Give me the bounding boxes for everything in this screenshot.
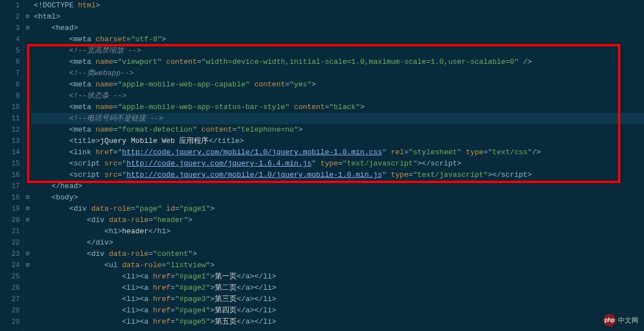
- line-number[interactable]: 8: [0, 79, 23, 90]
- code-line[interactable]: <!--状态条 -->: [32, 90, 644, 102]
- line-number[interactable]: 21: [0, 226, 23, 237]
- code-line[interactable]: <li><a href="#page5">第五页</a></li>: [32, 316, 644, 328]
- code-line[interactable]: <body>: [32, 192, 644, 203]
- line-number[interactable]: 2: [0, 11, 23, 23]
- token-str: "header": [153, 216, 188, 224]
- line-number-gutter[interactable]: 1234567891011121314151617181920212223242…: [0, 0, 24, 331]
- code-line[interactable]: <li><a href="#page1">第一页</a></li>: [32, 271, 644, 282]
- token-attr: href: [95, 148, 113, 156]
- code-line[interactable]: <html>: [32, 11, 644, 23]
- code-line[interactable]: <li><a href="#page3">第三页</a></li>: [32, 294, 644, 305]
- token-tag: <script: [69, 159, 100, 168]
- token-tag: >: [210, 261, 215, 269]
- line-number[interactable]: 6: [0, 56, 23, 68]
- code-line[interactable]: <head>: [32, 23, 644, 34]
- fold-marker[interactable]: ⊟: [24, 215, 32, 226]
- token-tag: >: [162, 35, 166, 43]
- token-str: "#page2": [175, 284, 210, 292]
- code-line[interactable]: <ul data-role="listview">: [32, 260, 644, 271]
- fold-marker[interactable]: ⊟: [24, 11, 32, 23]
- token-tag: >: [298, 125, 303, 134]
- code-line[interactable]: </head>: [32, 181, 644, 192]
- fold-marker[interactable]: ⊟: [24, 192, 32, 203]
- code-line[interactable]: <div data-role="header">: [32, 215, 644, 226]
- fold-marker[interactable]: ⊟: [24, 203, 32, 215]
- code-line[interactable]: <meta name="format-detection" content="t…: [32, 124, 644, 136]
- token-str: "viewport": [118, 58, 162, 66]
- code-line[interactable]: <!--宽高禁缩放 -->: [32, 45, 644, 56]
- code-line[interactable]: <title>jQuery Mobile Web 应用程序</title>: [32, 136, 644, 147]
- fold-marker[interactable]: ⊟: [24, 260, 32, 271]
- code-line[interactable]: <div data-role="content">: [32, 249, 644, 260]
- line-number[interactable]: 5: [0, 45, 23, 56]
- code-line[interactable]: <meta charset="utf-8">: [32, 34, 644, 45]
- line-number[interactable]: 10: [0, 102, 23, 113]
- watermark-text: 中文网: [618, 316, 638, 325]
- code-line[interactable]: <!DOCTYPE html>: [32, 0, 644, 11]
- code-line[interactable]: <h1>header</h1>: [32, 226, 644, 237]
- code-line[interactable]: <!--类webapp-->: [32, 68, 644, 79]
- line-number[interactable]: 15: [0, 158, 23, 169]
- line-number[interactable]: 29: [0, 316, 23, 328]
- line-number[interactable]: 26: [0, 282, 23, 294]
- line-number[interactable]: 17: [0, 181, 23, 192]
- token-attr: charset: [95, 35, 127, 43]
- token-txt: 第四页: [215, 306, 237, 315]
- token-tag: <h1>: [105, 227, 122, 236]
- line-number[interactable]: 25: [0, 271, 23, 282]
- code-line[interactable]: <div data-role="page" id="page1">: [32, 203, 644, 215]
- code-line[interactable]: <meta name="viewport" content="width=dev…: [32, 56, 644, 68]
- line-number[interactable]: 19: [0, 203, 23, 215]
- line-number[interactable]: 18: [0, 192, 23, 203]
- token-tag: ></script>: [488, 171, 532, 179]
- line-number[interactable]: 12: [0, 124, 23, 136]
- token-tag: >: [210, 317, 215, 326]
- code-line[interactable]: <li><a href="#page2">第二页</a></li>: [32, 282, 644, 294]
- line-number[interactable]: 1: [0, 0, 23, 11]
- line-number[interactable]: 23: [0, 249, 23, 260]
- token-str: "text/javascript": [342, 159, 417, 168]
- token-txt: [149, 317, 153, 326]
- token-txt: 第一页: [215, 272, 237, 281]
- code-line[interactable]: </div>: [32, 237, 644, 249]
- code-area[interactable]: <!DOCTYPE html><html> <head> <meta chars…: [32, 0, 644, 331]
- token-txt: [149, 284, 153, 292]
- line-number[interactable]: 11: [0, 113, 23, 124]
- token-tag: <div: [87, 250, 105, 258]
- token-str: "listview": [166, 261, 210, 269]
- token-attr: href: [153, 295, 171, 303]
- line-number[interactable]: 3: [0, 23, 23, 34]
- code-line[interactable]: <script src="http://code.jquery.com/mobi…: [32, 169, 644, 181]
- token-attr: data-role: [109, 250, 149, 258]
- line-number[interactable]: 7: [0, 68, 23, 79]
- token-txt: jQuery Mobile Web 应用程序: [100, 137, 208, 145]
- token-attr: src: [105, 171, 118, 179]
- fold-column[interactable]: ⊟⊟⊟⊟⊟⊟⊟: [24, 0, 32, 331]
- code-line[interactable]: <!--电话号码不是链接 -->: [32, 113, 644, 124]
- line-number[interactable]: 20: [0, 215, 23, 226]
- token-cmt: <!--电话号码不是链接 -->: [69, 114, 163, 123]
- fold-marker: [24, 68, 32, 79]
- code-line[interactable]: <script src="http://code.jquery.com/jque…: [32, 158, 644, 169]
- token-tag: <title>: [69, 137, 100, 145]
- fold-marker: [24, 282, 32, 294]
- token-tag: >: [193, 250, 197, 258]
- line-number[interactable]: 4: [0, 34, 23, 45]
- code-line[interactable]: <link href="http://code.jquery.com/mobil…: [32, 147, 644, 158]
- code-line[interactable]: <li><a href="#page4">第四页</a></li>: [32, 305, 644, 316]
- line-number[interactable]: 27: [0, 294, 23, 305]
- code-line[interactable]: <meta name="apple-mobile-web-app-status-…: [32, 102, 644, 113]
- fold-marker[interactable]: ⊟: [24, 23, 32, 34]
- line-number[interactable]: 14: [0, 147, 23, 158]
- line-number[interactable]: 22: [0, 237, 23, 249]
- code-line[interactable]: <meta name="apple-mobile-web-app-capable…: [32, 79, 644, 90]
- token-tag: >: [210, 284, 215, 292]
- line-number[interactable]: 28: [0, 305, 23, 316]
- line-number[interactable]: 13: [0, 136, 23, 147]
- token-str: ": [382, 171, 386, 179]
- line-number[interactable]: 9: [0, 90, 23, 102]
- token-tag: =: [171, 284, 175, 292]
- line-number[interactable]: 24: [0, 260, 23, 271]
- fold-marker[interactable]: ⊟: [24, 249, 32, 260]
- line-number[interactable]: 16: [0, 169, 23, 181]
